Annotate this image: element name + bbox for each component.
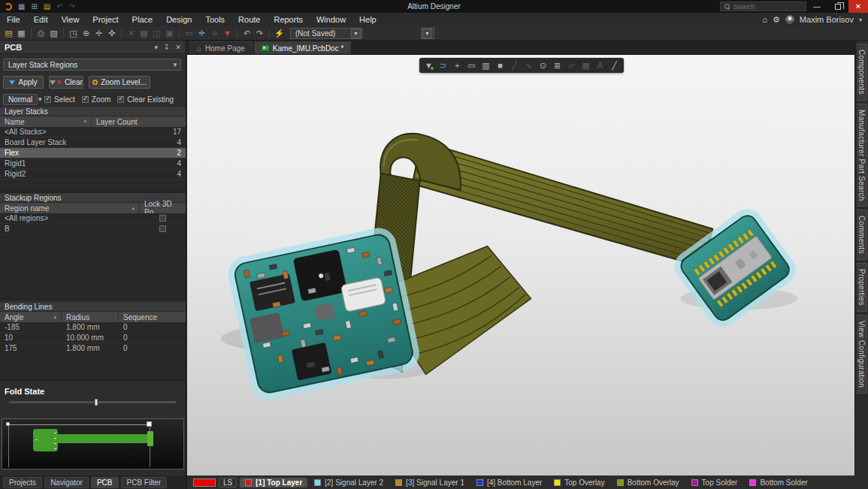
secondary-select[interactable]: ▼ [421, 28, 434, 39]
menu-help[interactable]: Help [352, 14, 383, 25]
print-icon[interactable]: ⎙ [35, 29, 47, 38]
avatar[interactable] [785, 15, 794, 24]
line-tool-icon[interactable]: ╱ [507, 61, 522, 71]
layer-set-label[interactable]: LS [219, 478, 237, 487]
polygon-icon[interactable]: ▱ [564, 61, 579, 71]
graph-icon[interactable]: ▦ [579, 61, 593, 71]
save-all-icon[interactable]: ⊞ [31, 2, 37, 11]
paste-icon[interactable]: ◫ [150, 29, 163, 38]
zoom-filter-icon[interactable]: ✜ [105, 29, 118, 38]
select-area-icon[interactable]: ▭ [183, 29, 195, 38]
bottom-tab-pcb[interactable]: PCB [91, 477, 119, 488]
minimize-button[interactable]: — [806, 0, 827, 13]
lock-3d-checkbox[interactable] [159, 225, 166, 232]
table-row[interactable]: -1851.800 mm0 [0, 322, 186, 333]
panel-menu-icon[interactable]: ▾ [154, 44, 158, 51]
layer-item[interactable]: Top Solder [686, 478, 743, 487]
tab-home-page[interactable]: ⌂ Home Page [189, 41, 253, 54]
copy-icon[interactable]: ▩ [138, 29, 150, 38]
undo-icon[interactable]: ↶ [56, 2, 62, 11]
autoroute-icon[interactable]: ⚡ [273, 29, 286, 38]
menu-tools[interactable]: Tools [198, 14, 231, 25]
pad-array-icon[interactable]: ▥ [479, 61, 493, 71]
layer-stack-icon[interactable]: ≣ [550, 61, 564, 71]
menu-design[interactable]: Design [159, 14, 198, 25]
panel-tab-properties[interactable]: Properties [857, 263, 867, 312]
bottom-tab-projects[interactable]: Projects [3, 477, 42, 488]
restore-button[interactable] [827, 0, 848, 13]
fold-preview[interactable] [2, 418, 184, 469]
save-icon[interactable]: ▦ [18, 2, 25, 11]
pcb-3d-viewport[interactable]: ▼⊃+▭▥■╱∿⊙≣▱▦A╱ [187, 55, 854, 475]
panel-mode-dropdown[interactable]: Layer Stack Regions ▼ [3, 59, 181, 71]
undo-arrow-icon[interactable]: ↶ [240, 29, 253, 38]
table-row[interactable]: <All Stacks>17 [0, 127, 186, 137]
col-layer-count[interactable]: Layer Count [92, 116, 186, 127]
panel-tab-comments[interactable]: Comments [857, 210, 867, 260]
crosshair-icon[interactable]: + [450, 61, 464, 71]
layer-item[interactable]: Bottom Overlay [612, 478, 685, 487]
table-row[interactable]: 1751.800 mm0 [0, 343, 186, 354]
zoom-selected-icon[interactable]: ✛ [92, 29, 105, 38]
preview-handle-right[interactable] [147, 421, 152, 427]
option-select[interactable]: Select [44, 95, 75, 104]
panel-pin-icon[interactable]: ↧ [164, 44, 170, 51]
account-name[interactable]: Maxim Borisov [800, 15, 854, 24]
col-name[interactable]: Name▾ [0, 116, 92, 127]
home-icon[interactable]: ⌂ [762, 15, 767, 24]
close-button[interactable]: ✕ [848, 0, 868, 13]
menu-route[interactable]: Route [231, 14, 267, 25]
checkbox-icon[interactable] [82, 96, 89, 103]
tab-pcbdoc[interactable]: Kame_IMU.PcbDoc * [254, 41, 351, 54]
col-sequence[interactable]: Sequence [119, 312, 186, 322]
panel-tab-manufacturer-part-search[interactable]: Manufacturer Part Search [857, 104, 867, 207]
zoom-level-button[interactable]: Zoom Level... [89, 76, 150, 89]
bottom-tab-navigator[interactable]: Navigator [44, 477, 89, 488]
menu-place[interactable]: Place [126, 14, 160, 25]
fold-state-slider[interactable] [9, 399, 177, 406]
variant-select[interactable]: (Not Saved) ▼ [290, 28, 362, 39]
zoom-area-icon[interactable]: ⊕ [80, 29, 92, 38]
col-region-name[interactable]: Region name▴ [0, 203, 140, 213]
option-clear-existing[interactable]: Clear Existing [117, 95, 174, 104]
panel-tab-components[interactable]: Components [857, 44, 867, 101]
col-lock-3d[interactable]: Lock 3D Po... [140, 203, 186, 213]
move-icon[interactable]: ✛ [195, 29, 208, 38]
print-preview-icon[interactable]: ▨ [47, 29, 60, 38]
menu-file[interactable]: File [0, 14, 27, 25]
table-row[interactable]: Rigid24 [0, 169, 186, 180]
fold-slider-thumb[interactable] [95, 399, 98, 406]
drill-pin-icon[interactable]: ⊙ [536, 61, 550, 71]
layer-set-swatch[interactable] [193, 478, 216, 487]
panel-tab-view-configuration[interactable]: View Configuration [857, 315, 867, 394]
layer-item[interactable]: Top Overlay [549, 478, 609, 487]
search-input[interactable] [733, 3, 794, 11]
slash-line-icon[interactable]: ╱ [607, 61, 622, 71]
col-angle[interactable]: Angle▴ [0, 312, 62, 322]
checkbox-icon[interactable] [117, 96, 124, 103]
redo-icon[interactable]: ↷ [69, 2, 75, 11]
table-row[interactable]: Flex2 [0, 148, 186, 158]
paste-special-icon[interactable]: ▣ [163, 29, 176, 38]
fold-slider-track[interactable] [9, 401, 177, 403]
fit-document-icon[interactable]: ◳ [67, 29, 80, 38]
global-search[interactable] [720, 2, 806, 11]
layer-item[interactable]: [3] Signal Layer 1 [390, 478, 470, 487]
menu-reports[interactable]: Reports [267, 14, 310, 25]
layer-item[interactable]: [1] Top Layer [240, 478, 307, 487]
menu-edit[interactable]: Edit [27, 14, 55, 25]
table-row[interactable]: Rigid14 [0, 158, 186, 169]
selection-rect-icon[interactable]: ▭ [464, 61, 479, 71]
panel-close-icon[interactable]: ✕ [175, 44, 181, 51]
apply-button[interactable]: Apply [3, 76, 44, 89]
clear-filter-icon[interactable]: ▼ [221, 29, 234, 38]
layer-item[interactable]: Bottom Solder [744, 478, 812, 487]
layer-item[interactable]: [4] Bottom Layer [471, 478, 547, 487]
preview-handle-left[interactable] [6, 422, 10, 426]
menu-view[interactable]: View [55, 14, 86, 25]
bottom-tab-pcb-filter[interactable]: PCB Filter [121, 477, 168, 488]
fill-icon[interactable]: ■ [493, 61, 507, 71]
redo-arrow-icon[interactable]: ↷ [253, 29, 266, 38]
account-caret-icon[interactable]: ▾ [859, 17, 862, 23]
variant-caret-icon[interactable]: ▼ [351, 29, 361, 38]
